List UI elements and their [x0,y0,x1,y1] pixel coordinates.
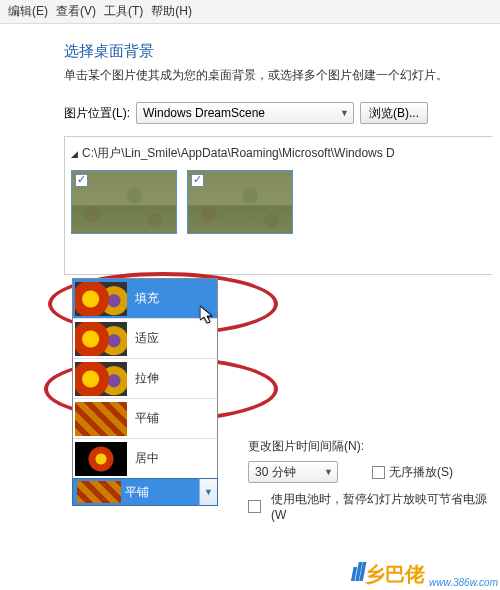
fit-option-fill[interactable]: 填充 [73,279,217,319]
interval-select[interactable]: 30 分钟 ▼ [248,461,338,483]
interval-value: 30 分钟 [255,464,296,481]
menubar: 编辑(E) 查看(V) 工具(T) 帮助(H) [0,0,500,24]
battery-label: 使用电池时，暂停幻灯片放映可节省电源(W [271,491,500,522]
content-area: 选择桌面背景 单击某个图片使其成为您的桌面背景，或选择多个图片创建一个幻灯片。 … [0,24,500,283]
menu-edit[interactable]: 编辑(E) [6,2,50,21]
checkbox-checked-icon[interactable] [75,174,88,187]
wallpaper-thumb[interactable] [187,170,293,234]
location-value: Windows DreamScene [143,106,265,120]
interval-row: 30 分钟 ▼ 无序播放(S) [248,461,500,483]
page-subtitle: 单击某个图片使其成为您的桌面背景，或选择多个图片创建一个幻灯片。 [64,67,492,84]
location-row: 图片位置(L): Windows DreamScene ▼ 浏览(B)... [64,102,492,124]
fit-combobox[interactable]: 平铺 ▼ [72,478,218,506]
thumbnails-panel: ◢C:\用户\Lin_Smile\AppData\Roaming\Microso… [64,136,492,275]
location-select[interactable]: Windows DreamScene ▼ [136,102,354,124]
battery-row: 使用电池时，暂停幻灯片放映可节省电源(W [248,491,500,522]
watermark: ıll 乡巴佬 www.386w.com [350,557,498,588]
chevron-down-icon: ▼ [324,467,333,477]
shuffle-checkbox[interactable] [372,466,385,479]
fit-preview-icon [77,481,121,503]
watermark-logo-icon: ıll [350,557,363,588]
fit-preview-icon [75,442,127,476]
watermark-url: www.386w.com [429,577,498,588]
checkbox-checked-icon[interactable] [191,174,204,187]
interval-label: 更改图片时间间隔(N): [248,438,500,455]
menu-view[interactable]: 查看(V) [54,2,98,21]
shuffle-label: 无序播放(S) [389,464,453,481]
fit-option-fit[interactable]: 适应 [73,319,217,359]
menu-help[interactable]: 帮助(H) [149,2,194,21]
menu-tools[interactable]: 工具(T) [102,2,145,21]
options-panel: 更改图片时间间隔(N): 30 分钟 ▼ 无序播放(S) 使用电池时，暂停幻灯片… [248,438,500,530]
thumbnail-row [71,170,486,234]
fit-preview-icon [75,362,127,396]
folder-path[interactable]: ◢C:\用户\Lin_Smile\AppData\Roaming\Microso… [71,145,486,162]
location-label: 图片位置(L): [64,105,130,122]
watermark-brand: 乡巴佬 [365,561,425,588]
browse-button[interactable]: 浏览(B)... [360,102,428,124]
chevron-down-icon: ▼ [340,108,349,118]
fit-option-stretch[interactable]: 拉伸 [73,359,217,399]
fit-option-tile[interactable]: 平铺 [73,399,217,439]
fit-combobox-value: 平铺 [125,484,199,501]
fit-dropdown-popup[interactable]: 填充 适应 拉伸 平铺 居中 [72,278,218,479]
chevron-down-icon[interactable]: ▼ [199,479,217,505]
fit-preview-icon [75,322,127,356]
fit-option-center[interactable]: 居中 [73,439,217,479]
battery-checkbox[interactable] [248,500,261,513]
collapse-icon[interactable]: ◢ [71,149,78,159]
fit-preview-icon [75,282,127,316]
fit-preview-icon [75,402,127,436]
page-title: 选择桌面背景 [64,42,492,61]
wallpaper-thumb[interactable] [71,170,177,234]
